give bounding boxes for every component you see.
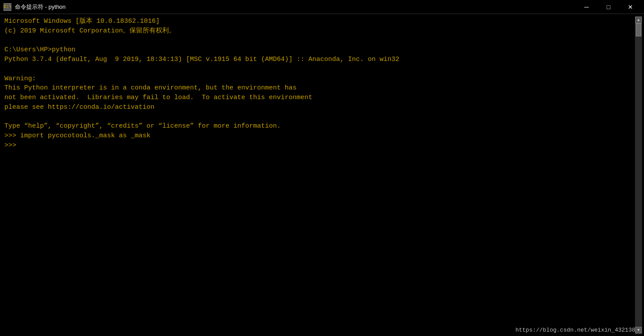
line-type-help: Type “help”, “copyright”, “credits” or “… [4,122,632,131]
restore-button[interactable]: □ [598,2,619,12]
scroll-down-button[interactable]: ▼ [635,327,642,333]
line-import: >>> import pycocotools._mask as _mask [4,131,632,141]
window-title: 命令提示符 - python [15,3,66,11]
console-area[interactable]: Microsoft Windows [版本 10.0.18362.1016] (… [0,14,644,336]
line-cmd-prompt: C:\Users\HP>python [4,45,632,55]
blank-line-1 [4,36,632,46]
line-win-copyright: (c) 2019 Microsoft Corporation。保留所有权利。 [4,26,632,36]
title-bar-left: C:\ 命令提示符 - python [4,3,66,11]
terminal-icon: C:\ [4,3,11,11]
close-button[interactable]: ✕ [620,2,640,12]
line-warning-3: please see https://conda.io/activation [4,103,632,112]
blank-line-3 [4,112,632,122]
scroll-thumb[interactable] [636,23,641,36]
scroll-track[interactable] [635,23,642,327]
scroll-up-button[interactable]: ▲ [635,17,642,23]
line-python-version: Python 3.7.4 (default, Aug 9 2019, 18:34… [4,55,632,64]
watermark: https://blog.csdn.net/weixin_432138 [515,327,635,333]
scrollbar[interactable]: ▲ ▼ [635,16,642,334]
minimize-button[interactable]: ─ [576,2,597,12]
console-content: Microsoft Windows [版本 10.0.18362.1016] (… [2,16,635,334]
line-warning-label: Warning: [4,74,632,84]
line-prompt: >>> [4,141,632,150]
terminal-window: C:\ 命令提示符 - python ─ □ ✕ Microsoft Windo… [0,0,644,336]
window-controls: ─ □ ✕ [576,2,640,12]
line-warning-1: This Python interpreter is in a conda en… [4,83,632,93]
blank-line-2 [4,64,632,74]
line-warning-2: not been activated. Libraries may fail t… [4,93,632,103]
title-bar: C:\ 命令提示符 - python ─ □ ✕ [0,0,644,14]
line-win-version: Microsoft Windows [版本 10.0.18362.1016] [4,17,632,26]
